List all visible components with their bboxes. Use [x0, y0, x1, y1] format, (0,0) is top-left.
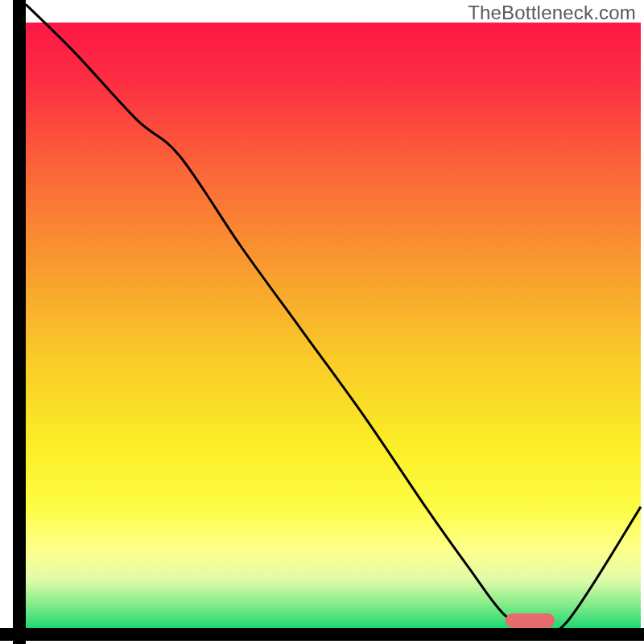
- chart-container: { "watermark": "TheBottleneck.com", "cha…: [0, 0, 644, 644]
- bottleneck-chart: [0, 0, 644, 644]
- optimum-marker: [506, 613, 555, 628]
- plot-background: [26, 23, 641, 628]
